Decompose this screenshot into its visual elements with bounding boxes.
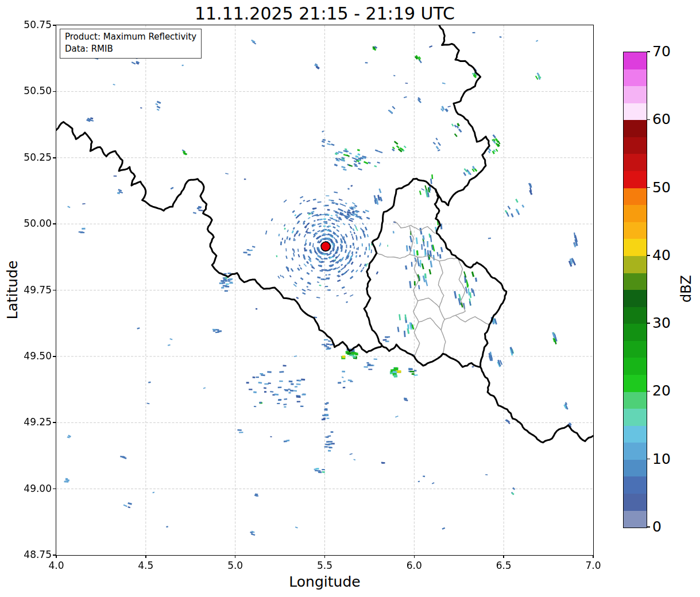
country-border — [436, 25, 490, 206]
info-box: Product: Maximum Reflectivity Data: RMIB — [60, 29, 202, 59]
y-tick — [53, 25, 56, 26]
x-tick-label: 7.0 — [576, 560, 610, 571]
colorbar-tick-label: 60 — [652, 111, 687, 128]
admin-border — [444, 315, 489, 324]
y-tick-label: 49.00 — [9, 483, 52, 494]
plot-title: 11.11.2025 21:15 - 21:19 UTC — [56, 3, 593, 24]
admin-border — [418, 298, 439, 307]
colorbar-tick-label: 20 — [652, 382, 687, 400]
colorbar-segment — [624, 392, 647, 409]
colorbar-tick — [647, 459, 650, 460]
x-tick-label: 6.5 — [486, 560, 521, 571]
colorbar-segment — [624, 324, 647, 341]
colorbar-segment — [624, 171, 647, 188]
x-tick — [593, 555, 594, 558]
colorbar-segment — [624, 256, 647, 273]
colorbar-tick-label: 30 — [652, 315, 687, 332]
colorbar-segment — [624, 86, 647, 103]
y-tick — [53, 489, 56, 490]
x-tick — [503, 555, 504, 558]
colorbar-tick — [647, 187, 650, 188]
figure: { "title": "11.11.2025 21:15 - 21:19 UTC… — [0, 0, 700, 597]
y-tick — [53, 290, 56, 291]
country-border — [364, 179, 436, 346]
colorbar-segment — [624, 120, 647, 137]
y-tick — [53, 555, 56, 556]
y-tick-label: 50.75 — [9, 19, 52, 30]
x-tick — [235, 555, 236, 558]
admin-border — [419, 318, 441, 330]
data-source-line: Data: RMIB — [65, 43, 196, 55]
y-tick-label: 50.25 — [9, 152, 52, 163]
colorbar-tick-label: 40 — [652, 247, 687, 264]
colorbar-segment — [624, 358, 647, 375]
x-tick-label: 5.5 — [308, 560, 342, 571]
colorbar-segment — [624, 494, 647, 511]
colorbar-label: dBZ — [678, 260, 695, 317]
colorbar-tick-label: 0 — [652, 518, 687, 536]
x-tick — [56, 555, 57, 558]
colorbar-segment — [624, 273, 647, 290]
y-tick-label: 48.75 — [9, 549, 52, 560]
y-tick-label: 49.50 — [9, 350, 52, 362]
x-axis-label: Longitude — [56, 573, 593, 590]
colorbar-tick-label: 70 — [652, 43, 687, 60]
colorbar-segment — [624, 307, 647, 324]
colorbar-tick — [647, 119, 650, 121]
country-border — [435, 189, 506, 367]
colorbar-segment — [624, 290, 647, 307]
colorbar-segment — [624, 239, 647, 256]
y-tick — [53, 91, 56, 92]
colorbar-segment — [624, 426, 647, 443]
product-line: Product: Maximum Reflectivity — [65, 31, 196, 43]
admin-border — [455, 258, 465, 315]
x-tick — [324, 555, 326, 558]
y-tick-label: 49.25 — [9, 416, 52, 428]
colorbar-tick-label: 10 — [652, 451, 687, 468]
colorbar-segment — [624, 375, 647, 392]
country-border — [56, 122, 593, 443]
colorbar-tick — [647, 391, 650, 392]
colorbar-segment — [624, 188, 647, 206]
y-tick — [53, 223, 56, 224]
x-tick — [414, 555, 415, 558]
x-tick-label: 4.5 — [129, 560, 163, 571]
colorbar-tick — [647, 526, 650, 528]
map-borders-layer — [56, 25, 593, 555]
admin-border — [413, 257, 420, 356]
y-tick-label: 50.00 — [9, 218, 52, 229]
colorbar-segment — [624, 476, 647, 494]
colorbar-segment — [624, 460, 647, 477]
x-tick-label: 6.0 — [397, 560, 431, 571]
colorbar-segment — [624, 443, 647, 460]
y-tick-label: 50.50 — [9, 85, 52, 96]
colorbar — [623, 52, 647, 528]
colorbar-segment — [624, 341, 647, 358]
colorbar-segment — [624, 103, 647, 121]
colorbar-tick-label: 50 — [652, 179, 687, 196]
colorbar-tick — [647, 51, 650, 52]
radar-site-dot — [321, 242, 330, 251]
colorbar-segment — [624, 137, 647, 154]
x-tick — [145, 555, 146, 558]
colorbar-segment — [624, 511, 647, 528]
colorbar-segment — [624, 154, 647, 171]
admin-border — [395, 222, 435, 234]
y-tick — [53, 356, 56, 357]
colorbar-segment — [624, 205, 647, 222]
colorbar-tick — [647, 255, 650, 256]
colorbar-segment — [624, 69, 647, 87]
admin-border — [410, 227, 413, 255]
colorbar-segment — [624, 52, 647, 69]
x-tick-label: 4.0 — [39, 560, 74, 571]
colorbar-tick — [647, 323, 650, 324]
y-tick — [53, 157, 56, 158]
y-tick-label: 49.75 — [9, 284, 52, 296]
x-tick-label: 5.0 — [218, 560, 253, 571]
colorbar-segment — [624, 222, 647, 239]
y-tick — [53, 422, 56, 423]
colorbar-segment — [624, 409, 647, 426]
